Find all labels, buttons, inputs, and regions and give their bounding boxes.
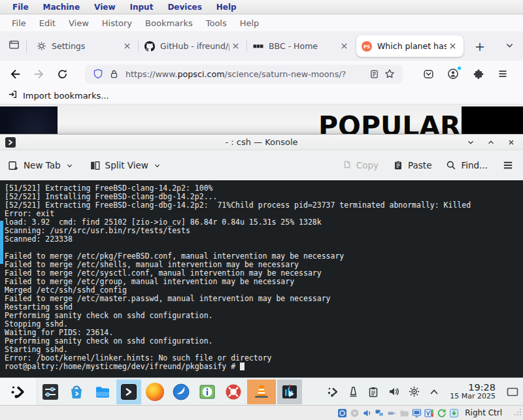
ff-menu-history[interactable]: History xyxy=(95,16,139,30)
peek-desktop-button[interactable] xyxy=(505,381,520,403)
reload-button[interactable] xyxy=(52,64,72,84)
vbox-features-icon[interactable] xyxy=(436,408,447,419)
vm-menu-devices[interactable]: Devices xyxy=(160,1,209,13)
extensions-icon[interactable] xyxy=(468,64,488,84)
taskbar-firefox[interactable] xyxy=(143,380,167,404)
ff-menu-view[interactable]: View xyxy=(62,16,95,30)
konsole-titlebar[interactable]: - : csh — Konsole xyxy=(0,135,523,150)
resize-grip[interactable] xyxy=(514,406,522,419)
terminal-line: Scanning: /usr/src/usr.bin/rs/tests/test… xyxy=(5,227,523,235)
tab-close-icon[interactable] xyxy=(121,40,133,52)
github-icon xyxy=(144,41,155,52)
vbox-audio-icon[interactable] xyxy=(362,408,373,419)
vbox-shared-folders-icon[interactable] xyxy=(399,408,410,419)
gear-icon xyxy=(36,41,46,52)
shield-icon[interactable] xyxy=(90,66,106,82)
terminal-line: Performing sanity check on sshd configur… xyxy=(5,337,523,346)
clock-widget[interactable]: 19:28 15 Mar 2025 xyxy=(450,383,496,400)
host-key-label: Right Ctrl xyxy=(465,408,502,417)
chevron-down-icon xyxy=(505,40,514,52)
tab-bar: Settings GitHub - ifreund/p BBC - Home xyxy=(0,31,523,61)
url-text[interactable]: https://www.popsci.com/science/saturn-ne… xyxy=(126,69,366,79)
system-tray xyxy=(326,385,445,398)
vbox-download-icon[interactable] xyxy=(448,408,460,419)
terminal-line: Performing sanity check on sshd configur… xyxy=(5,312,523,320)
lock-icon[interactable] xyxy=(106,66,122,82)
tab-settings[interactable]: Settings xyxy=(31,35,138,57)
webpage-content: POPULAR xyxy=(0,105,523,134)
pocket-icon[interactable] xyxy=(418,64,438,84)
tab-github[interactable]: GitHub - ifreund/p xyxy=(139,35,246,57)
tab-bbc[interactable]: BBC - Home xyxy=(248,35,355,57)
taskbar-system-settings[interactable] xyxy=(38,380,63,404)
maximize-button[interactable] xyxy=(486,137,496,148)
ff-menu-help[interactable]: Help xyxy=(233,16,266,30)
vbox-recording-icon[interactable] xyxy=(424,408,435,419)
vlc-tray-icon[interactable] xyxy=(346,385,360,398)
tab-popsci-active[interactable]: PS Which planet has xyxy=(356,35,464,57)
taskbar-media-player[interactable] xyxy=(277,380,302,404)
paste-button[interactable]: Paste xyxy=(393,160,431,170)
tab-close-icon[interactable] xyxy=(447,40,458,52)
clock-date: 15 Mar 2025 xyxy=(450,393,496,400)
bookmark-star-icon[interactable] xyxy=(382,66,397,82)
minimize-button[interactable] xyxy=(465,137,476,148)
volume-tray-icon[interactable] xyxy=(387,385,400,398)
taskbar-falkon[interactable] xyxy=(169,380,194,404)
taskbar-discover[interactable] xyxy=(64,380,89,404)
copy-button[interactable]: Copy xyxy=(341,160,379,170)
url-bar[interactable]: https://www.popsci.com/science/saturn-ne… xyxy=(85,65,403,84)
ff-menu-edit[interactable]: Edit xyxy=(33,16,62,30)
vbox-cd-icon[interactable] xyxy=(349,408,360,419)
split-view-button[interactable]: Split View xyxy=(90,160,160,171)
tab-close-icon[interactable] xyxy=(338,40,350,52)
screen: File Machine View Input Devices Help Fil… xyxy=(0,0,523,420)
kde-tray-icon[interactable] xyxy=(326,385,339,398)
vbox-network-icon[interactable] xyxy=(374,408,385,419)
konsole-menu-icon[interactable] xyxy=(502,159,514,171)
tray-expander-icon[interactable] xyxy=(428,385,441,398)
vbox-display-icon[interactable] xyxy=(411,408,422,419)
ff-menu-file[interactable]: File xyxy=(5,16,33,30)
taskbar-dolphin[interactable] xyxy=(90,380,115,404)
back-button[interactable] xyxy=(5,64,25,84)
firefox-view-button[interactable] xyxy=(4,37,24,56)
app-menu-icon[interactable] xyxy=(493,64,513,84)
close-button[interactable] xyxy=(506,137,516,148)
konsole-window: - : csh — Konsole New Tab xyxy=(0,134,523,378)
terminal-prompt-line: root@paltry:/home/mysticmeg/dev/ifreund/… xyxy=(5,363,523,371)
taskbar-vlc[interactable] xyxy=(247,380,276,404)
vbox-usb-icon[interactable] xyxy=(386,408,397,419)
find-button[interactable]: Find... xyxy=(446,160,488,170)
kde-launcher-icon xyxy=(10,383,27,400)
ff-menu-bookmarks[interactable]: Bookmarks xyxy=(139,16,199,30)
ff-menu-tools[interactable]: Tools xyxy=(199,16,233,30)
account-icon[interactable] xyxy=(443,64,463,84)
list-tabs-button[interactable] xyxy=(499,37,519,56)
app-launcher-button[interactable] xyxy=(0,378,37,405)
forward-button[interactable] xyxy=(29,64,48,84)
import-bookmarks-button[interactable]: Import bookmarks... xyxy=(23,91,109,101)
terminal-scrollbar[interactable] xyxy=(0,221,3,264)
new-tab-konsole-button[interactable]: New Tab xyxy=(8,160,73,171)
tab-close-icon[interactable] xyxy=(229,40,241,52)
reader-mode-icon[interactable] xyxy=(366,66,382,82)
vm-menu-file[interactable]: File xyxy=(5,1,36,13)
taskbar-konsole[interactable] xyxy=(116,380,141,404)
vbox-hdd-icon[interactable] xyxy=(337,408,348,419)
new-tab-button[interactable]: + xyxy=(470,37,490,56)
vm-menu-input[interactable]: Input xyxy=(122,1,160,13)
terminal-cursor[interactable] xyxy=(240,363,245,370)
clipboard-tray-icon[interactable] xyxy=(367,385,380,398)
tab-title: Settings xyxy=(52,41,121,51)
vm-menu-help[interactable]: Help xyxy=(209,1,244,13)
taskbar-info-center[interactable] xyxy=(195,380,220,404)
svg-text:PS: PS xyxy=(363,44,370,50)
ad-placeholder xyxy=(462,106,523,134)
vm-menu-view[interactable]: View xyxy=(87,1,122,13)
vm-menu-machine[interactable]: Machine xyxy=(36,1,88,13)
taskbar-help-center[interactable] xyxy=(221,380,246,404)
brightness-tray-icon[interactable] xyxy=(407,385,420,398)
terminal-area[interactable]: [51/521] Extracting FreeBSD-clang-14.2p2… xyxy=(0,180,523,378)
window-title: - : csh — Konsole xyxy=(0,137,523,147)
